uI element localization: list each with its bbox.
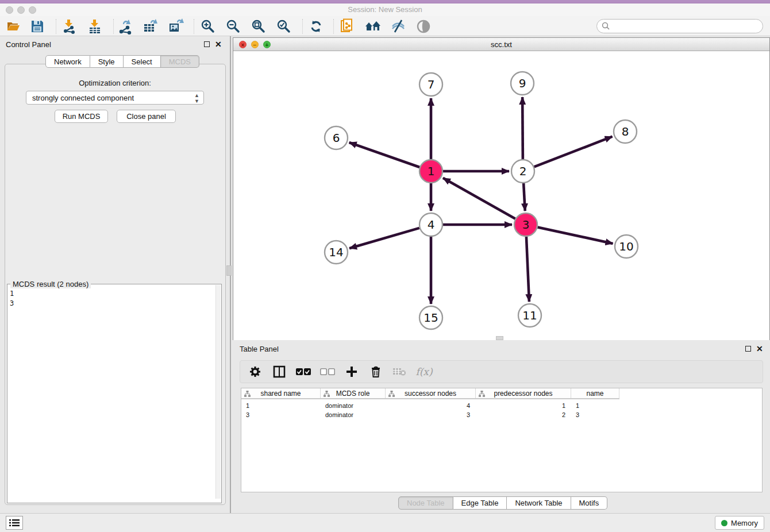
graph-node-label-4: 4 [428,218,435,232]
table-toolbar: f(x) [240,360,763,383]
column-header-successor-nodes[interactable]: successor nodes [386,388,476,398]
cell-predecessor-nodes[interactable]: 2 [476,411,571,420]
import-network-icon[interactable] [60,18,78,35]
delete-table-icon[interactable] [392,364,408,380]
graph-edge-4-14[interactable] [349,228,419,248]
titlebar[interactable]: Session: New Session [0,3,770,16]
window-title: Session: New Session [0,5,770,14]
close-panel-icon[interactable]: ✕ [215,41,222,47]
graph-edge-3-1[interactable] [443,178,515,219]
graph-edge-3-11[interactable] [526,237,529,302]
splitter-handle[interactable] [226,265,232,276]
memory-label: Memory [731,519,758,527]
cell-successor-nodes[interactable]: 3 [386,411,476,420]
select-all-icon[interactable] [295,364,311,380]
table-panel-title: Table Panel [240,345,279,353]
close-table-panel-icon[interactable]: ✕ [756,346,763,352]
column-label: successor nodes [405,390,456,398]
zoom-out-icon[interactable] [225,18,242,35]
function-builder-icon[interactable]: f(x) [416,364,432,380]
table-row[interactable]: 3 dominator 3 2 3 [241,411,619,420]
cell-name[interactable]: 3 [571,411,619,420]
network-window-titlebar[interactable]: × − + scc.txt [233,38,769,51]
tab-network[interactable]: Network [45,55,90,68]
import-table-icon[interactable] [86,18,103,35]
export-image-icon[interactable] [167,18,184,35]
create-column-icon[interactable] [344,364,360,380]
delete-column-icon[interactable] [368,364,384,380]
cell-name[interactable]: 1 [571,402,619,411]
deselect-all-icon[interactable] [319,364,336,380]
node-table: shared name MCDS role successor nodes pr… [241,388,763,492]
first-neighbors-icon[interactable] [364,18,382,35]
table-row[interactable]: 1 dominator 4 1 1 [241,402,619,411]
tab-motifs[interactable]: Motifs [571,496,608,510]
column-header-predecessor-nodes[interactable]: predecessor nodes [476,388,571,398]
tab-node-table[interactable]: Node Table [398,496,453,510]
column-label: predecessor nodes [494,390,552,398]
search-field[interactable] [596,19,763,33]
memory-button[interactable]: Memory [715,516,764,530]
show-all-icon[interactable] [415,18,432,35]
show-column-panel-icon[interactable] [271,364,287,380]
graph-edge-3-10[interactable] [538,227,613,243]
save-session-icon[interactable] [29,18,46,35]
cell-shared-name[interactable]: 1 [241,402,321,411]
column-label: MCDS role [336,390,370,398]
result-scrollbar[interactable] [215,285,221,499]
criterion-dropdown[interactable]: strongly connected component ▲▼ [26,91,204,105]
cell-shared-name[interactable]: 3 [241,411,321,420]
cell-predecessor-nodes[interactable]: 1 [476,402,571,411]
tab-style[interactable]: Style [90,55,124,68]
graph-node-label-3: 3 [522,218,530,232]
graph-edge-2-3[interactable] [523,183,525,211]
toolbar-separator [113,19,114,34]
close-panel-button[interactable]: Close panel [117,110,176,123]
zoom-selected-icon[interactable] [275,18,292,35]
control-panel-title: Control Panel [6,40,51,49]
mcds-result-title: MCDS result (2 nodes) [10,280,91,288]
export-table-icon[interactable] [142,18,159,35]
window-resize-grip[interactable] [496,336,503,340]
column-type-icon [244,391,251,397]
toolbar-separator [194,19,194,34]
column-type-icon [479,391,485,397]
graph-node-label-6: 6 [333,131,340,145]
graph-edge-1-6[interactable] [349,142,420,167]
refresh-icon[interactable] [307,18,325,35]
export-network-icon[interactable] [117,18,134,35]
result-line: 3 [10,299,14,309]
table-settings-icon[interactable] [247,364,263,380]
column-header-shared-name[interactable]: shared name [241,388,321,398]
graph-node-label-1: 1 [428,164,435,178]
network-view-window: × − + scc.txt 7968124314101511 [233,37,770,340]
tab-mcds[interactable]: MCDS [161,55,199,68]
network-graph[interactable]: 7968124314101511 [233,51,769,340]
search-input[interactable] [610,21,763,32]
task-history-button[interactable] [6,516,23,530]
cell-mcds-role[interactable]: dominator [321,411,386,420]
float-table-panel-icon[interactable] [745,346,751,352]
graph-node-label-10: 10 [619,240,633,253]
tab-network-table[interactable]: Network Table [507,496,571,510]
result-line: 1 [10,289,14,299]
tab-select[interactable]: Select [124,55,161,68]
network-from-selection-icon[interactable] [339,18,356,35]
mcds-result-box[interactable]: 1 3 [7,284,222,503]
main-toolbar [0,16,770,36]
graph-edge-2-8[interactable] [534,137,613,167]
cell-mcds-role[interactable]: dominator [321,402,386,411]
zoom-in-icon[interactable] [199,18,217,35]
open-session-icon[interactable] [5,18,22,35]
column-header-mcds-role[interactable]: MCDS role [321,388,386,398]
fit-content-icon[interactable] [250,18,267,35]
column-header-name[interactable]: name [571,388,619,398]
cell-successor-nodes[interactable]: 4 [386,402,476,411]
network-window-title: scc.txt [233,40,769,49]
status-bar: Memory [0,513,770,532]
tab-edge-table[interactable]: Edge Table [453,496,507,510]
run-mcds-button[interactable]: Run MCDS [55,110,108,123]
hide-selected-icon[interactable] [390,18,407,35]
float-panel-icon[interactable] [204,41,210,47]
graph-edge-2-9[interactable] [522,97,523,159]
